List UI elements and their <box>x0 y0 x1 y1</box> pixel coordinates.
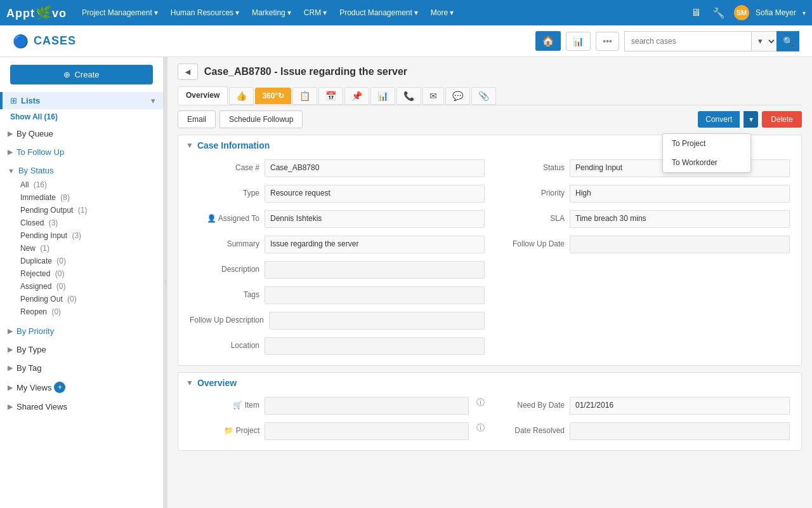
more-options-button[interactable]: ••• <box>596 32 619 51</box>
follow-up-desc-value <box>269 312 485 330</box>
main-layout: ⊕ Create ⊞ Lists ▾ Show All (16) ▶ By Qu… <box>0 57 812 508</box>
priority-value: High <box>570 185 790 203</box>
home-button[interactable]: 🏠 <box>535 31 561 51</box>
form-row-date-resolved: Date Resolved <box>490 418 795 444</box>
phone-icon[interactable]: 🔧 <box>710 4 728 22</box>
search-dropdown[interactable]: ▾ <box>751 31 776 51</box>
nav-marketing[interactable]: Marketing ▾ <box>247 6 296 20</box>
delete-button[interactable]: Delete <box>762 111 802 128</box>
sidebar-section-header-to-follow-up[interactable]: ▶ To Follow Up <box>0 144 163 160</box>
overview-panel: ▼ Overview 🛒 Item ⓘ <box>178 372 802 451</box>
status-label: Status <box>495 159 565 172</box>
tab-phone[interactable]: 📞 <box>396 87 421 105</box>
search-button[interactable]: 🔍 <box>776 31 799 51</box>
form-row-location: Location <box>185 333 490 359</box>
app-logo[interactable]: Appt🌿vo <box>6 5 67 20</box>
assigned-to-value: Dennis Ishtekis <box>265 210 485 228</box>
overview-header[interactable]: ▼ Overview <box>178 373 801 393</box>
info-icon[interactable]: ⓘ <box>476 397 485 408</box>
add-view-icon[interactable]: + <box>54 382 65 393</box>
chevron-right-icon: ▶ <box>8 364 13 372</box>
item-label: 🛒 Item <box>190 397 259 410</box>
schedule-followup-button[interactable]: Schedule Followup <box>219 110 303 128</box>
status-item-new[interactable]: New (1) <box>15 242 163 255</box>
status-item-pending-out[interactable]: Pending Out (0) <box>15 293 163 305</box>
tab-chart[interactable]: 📊 <box>370 87 395 105</box>
sidebar-section-header-by-priority[interactable]: ▶ By Priority <box>0 323 163 339</box>
form-row-follow-up-date: Follow Up Date <box>490 232 795 257</box>
tab-notes[interactable]: 📋 <box>292 87 317 105</box>
tab-attachment[interactable]: 📎 <box>471 87 496 105</box>
sidebar-section-header-by-tag[interactable]: ▶ By Tag <box>0 360 163 376</box>
sla-label: SLA <box>495 210 565 223</box>
tab-message[interactable]: 💬 <box>445 87 470 105</box>
user-name[interactable]: Sofia Meyer <box>756 8 796 17</box>
nav-crm[interactable]: CRM ▾ <box>299 6 332 20</box>
chevron-down-icon: ▾ <box>414 8 418 17</box>
monitor-icon[interactable]: 🖥 <box>688 4 704 21</box>
summary-label: Summary <box>190 236 259 248</box>
sidebar: ⊕ Create ⊞ Lists ▾ Show All (16) ▶ By Qu… <box>0 57 164 508</box>
chart-button[interactable]: 📊 <box>566 32 591 51</box>
search-wrap: ▾ 🔍 <box>624 31 799 51</box>
form-row-need-by-date: Need By Date 01/21/2016 <box>490 393 795 418</box>
form-row-follow-up-desc: Follow Up Description <box>185 308 490 333</box>
need-by-date-value: 01/21/2016 <box>570 397 790 415</box>
convert-to-workorder[interactable]: To Workorder <box>663 153 750 172</box>
status-item-pending-input[interactable]: Pending Input (3) <box>15 229 163 242</box>
chevron-right-icon: ▶ <box>8 403 13 411</box>
tab-thumbsup[interactable]: 👍 <box>229 87 254 105</box>
sidebar-section-header-by-type[interactable]: ▶ By Type <box>0 342 163 358</box>
logo-text: Appt🌿vo <box>6 5 67 20</box>
status-item-duplicate[interactable]: Duplicate (0) <box>15 255 163 267</box>
form-row-sla: SLA Time breach 30 mins <box>490 206 795 232</box>
tab-360[interactable]: 360°↻ <box>255 88 291 104</box>
status-item-all[interactable]: All (16) <box>15 178 163 191</box>
status-item-closed[interactable]: Closed (3) <box>15 217 163 229</box>
chevron-down-icon[interactable]: ▾ <box>802 10 806 17</box>
lists-header[interactable]: ⊞ Lists ▾ <box>0 92 163 109</box>
tab-email[interactable]: ✉ <box>422 87 444 105</box>
sla-value: Time breach 30 mins <box>570 210 790 228</box>
form-row-description: Description <box>185 257 490 283</box>
date-resolved-value <box>570 422 790 440</box>
back-button[interactable]: ◄ <box>178 64 198 80</box>
sidebar-section-header-my-views[interactable]: ▶ My Views + <box>0 378 163 396</box>
chevron-down-icon: ▾ <box>323 8 327 17</box>
case-information-form: Case # Case_AB8780 Type Resource request… <box>178 156 801 365</box>
info-icon[interactable]: ⓘ <box>476 422 485 434</box>
email-button[interactable]: Email <box>178 110 216 128</box>
convert-to-project[interactable]: To Project <box>663 134 750 153</box>
sidebar-section-by-type: ▶ By Type <box>0 340 163 359</box>
nav-project-management[interactable]: Project Management ▾ <box>77 6 163 20</box>
nav-more[interactable]: More ▾ <box>426 6 459 20</box>
priority-label: Priority <box>495 185 565 197</box>
create-button[interactable]: ⊕ Create <box>10 65 153 84</box>
sidebar-section-header-by-status[interactable]: ▼ By Status <box>0 163 163 178</box>
description-label: Description <box>190 261 259 274</box>
sidebar-section-header-by-queue[interactable]: ▶ By Queue <box>0 126 163 142</box>
form-row-project: 📁 Project ⓘ <box>185 418 490 444</box>
status-item-assigned[interactable]: Assigned (0) <box>15 280 163 293</box>
status-item-reopen[interactable]: Reopen (0) <box>15 305 163 318</box>
tab-overview[interactable]: Overview <box>178 86 228 105</box>
sidebar-item-show-all[interactable]: Show All (16) <box>0 110 163 123</box>
nav-product-management[interactable]: Product Management ▾ <box>334 6 423 20</box>
chevron-down-icon: ▾ <box>450 8 454 17</box>
project-value <box>265 422 469 440</box>
description-value <box>265 261 485 279</box>
convert-dropdown-button[interactable]: ▾ <box>743 111 758 128</box>
search-input[interactable] <box>624 31 751 51</box>
case-actions: Email Schedule Followup Convert ▾ Delete… <box>178 110 802 128</box>
sidebar-section-header-shared-views[interactable]: ▶ Shared Views <box>0 399 163 415</box>
tab-calendar[interactable]: 📅 <box>318 87 343 105</box>
follow-up-desc-label: Follow Up Description <box>190 312 264 324</box>
convert-button[interactable]: Convert <box>698 111 740 128</box>
overview-col-right: Need By Date 01/21/2016 Date Resolved <box>490 393 795 444</box>
status-item-rejected[interactable]: Rejected (0) <box>15 267 163 280</box>
tab-pin[interactable]: 📌 <box>344 87 369 105</box>
chevron-right-icon: ▶ <box>8 130 13 138</box>
status-item-pending-output[interactable]: Pending Output (1) <box>15 204 163 217</box>
nav-human-resources[interactable]: Human Resources ▾ <box>166 6 244 20</box>
status-item-immediate[interactable]: Immediate (8) <box>15 191 163 204</box>
